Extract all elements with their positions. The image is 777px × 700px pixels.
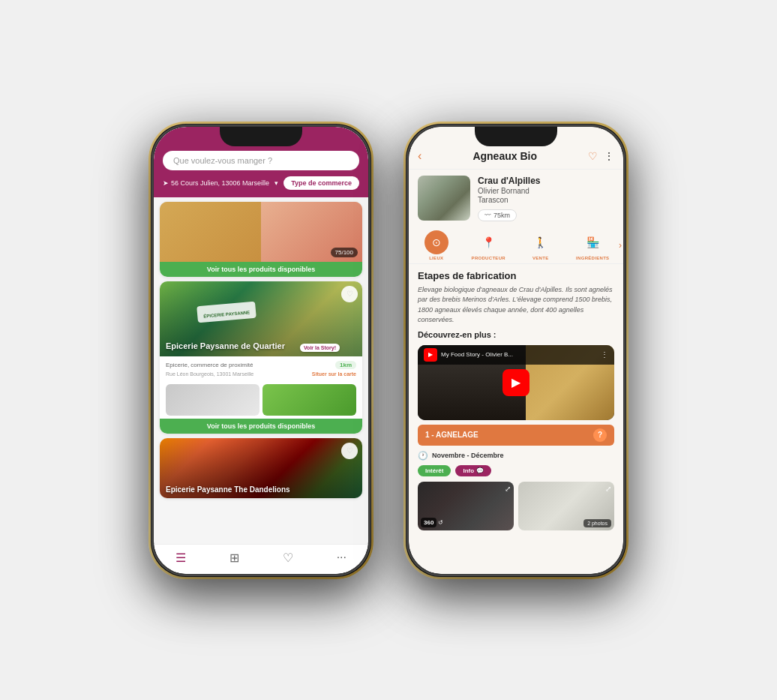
nav-more-icon[interactable]: ··· [337, 551, 346, 564]
producer-details: Crau d'Alpilles Olivier Bornand Tarascon… [478, 176, 614, 221]
producer-nav-tabs: ⊙ LIEUX 📍 PRODUCTEUR 🚶 VENTE [409, 227, 623, 264]
store-name-1: Epicerie Paysanne de Quartier [166, 341, 285, 350]
producer-info: Crau d'Alpilles Olivier Bornand Tarascon… [409, 170, 623, 227]
search-bar[interactable]: Que voulez-vous manger ? [163, 151, 359, 170]
vr-badge: 360 ↺ [421, 518, 443, 527]
back-button[interactable]: ‹ [418, 149, 422, 163]
vente-icon: 🚶 [529, 230, 553, 254]
agnelage-date-row: 🕐 Novembre - Décembre [409, 449, 623, 463]
vr-spin-icon: ↺ [438, 519, 443, 526]
store-image-2: Epicerie Paysanne The Dandelions ♡ [160, 438, 362, 498]
voir-produits-button-2[interactable]: Voir tous les produits disponibles [160, 419, 362, 434]
nav-map-icon[interactable]: ⊞ [230, 551, 239, 565]
producer-location: Tarascon [478, 196, 614, 204]
store-name-2: Epicerie Paysanne The Dandelions [166, 485, 290, 494]
lieux-label: LIEUX [429, 256, 443, 260]
search-placeholder: Que voulez-vous manger ? [173, 156, 272, 165]
product-img-1 [160, 202, 261, 262]
info-button[interactable]: Info 💬 [455, 465, 491, 476]
video-more-button[interactable]: ⋮ [601, 350, 608, 359]
lieux-icon: ⊙ [424, 230, 448, 254]
vr-360-label: 360 [421, 518, 436, 527]
product-images: 75/100 [160, 202, 362, 262]
agnelage-help-button[interactable]: ? [593, 428, 607, 442]
agnelage-title: 1 - AGNELAGE [425, 431, 478, 439]
store-card-2: Epicerie Paysanne The Dandelions ♡ [160, 438, 362, 498]
store-type: Epicerie, commerce de proximité [166, 362, 253, 368]
store-heart-button[interactable]: ♡ [341, 286, 358, 302]
fabrication-title: Etapes de fabrication [418, 270, 614, 281]
more-options-button[interactable]: ⋮ [604, 150, 614, 162]
tab-vente[interactable]: 🚶 VENTE [514, 230, 567, 260]
video-title-bar: ▶ My Food Story - Olivier B... ⋮ [418, 345, 614, 365]
ingredients-label: INGRÉDIENTS [576, 256, 609, 260]
left-header: Que voulez-vous manger ? ➤ 56 Cours Juli… [154, 127, 368, 197]
store-info-row: Epicerie, commerce de proximité 1km [166, 361, 356, 369]
location-text: ➤ 56 Cours Julien, 13006 Marseille ▾ [163, 179, 278, 187]
nav-list-icon[interactable]: ☰ [176, 551, 186, 565]
producer-distance: 〰 75km [478, 209, 517, 221]
fabrication-section: Etapes de fabrication Elevage biologique… [409, 264, 623, 345]
agnelage-date: Novembre - Décembre [432, 452, 504, 459]
expand-icon-1: ⤢ [505, 485, 511, 493]
situer-link[interactable]: Situer sur la carte [312, 371, 356, 377]
store-image-1: ♡ Voir la Story! ÉPICERIE PAYSANNE Epice… [160, 281, 362, 356]
store-image-overlay-2: Epicerie Paysanne The Dandelions [160, 438, 362, 498]
producteur-icon: 📍 [476, 230, 500, 254]
decouvrez-title: Découvrez-en plus : [418, 330, 614, 339]
tab-producteur[interactable]: 📍 PRODUCTEUR [463, 230, 515, 260]
left-content: 75/100 Voir tous les produits disponible… [154, 197, 368, 574]
photo-360-thumb[interactable]: ⤢ 360 ↺ [418, 482, 514, 530]
header-actions: ♡ ⋮ [588, 150, 614, 162]
clock-icon: 🕐 [418, 451, 428, 461]
producer-thumbnail [418, 176, 470, 221]
favorite-button[interactable]: ♡ [588, 150, 598, 162]
route-icon: 〰 [484, 212, 491, 219]
bottom-navigation: ☰ ⊞ ♡ ··· [154, 544, 368, 574]
producer-thumb-image [418, 176, 470, 221]
store-heart-button-2[interactable]: ♡ [341, 443, 358, 459]
photos-count: 2 photos [584, 519, 611, 527]
youtube-logo: ▶ [424, 348, 437, 362]
score-badge: 75/100 [331, 248, 358, 257]
video-play-button[interactable]: ▶ [502, 369, 530, 396]
right-phone: ‹ Agneaux Bio ♡ ⋮ [404, 122, 628, 579]
store-address: Rue Léon Bourgeois, 13001 Marseille [166, 371, 254, 377]
agnelage-bar: 1 - AGNELAGE ? [418, 425, 614, 446]
commerce-type-button[interactable]: Type de commerce [284, 176, 359, 190]
right-header: ‹ Agneaux Bio ♡ ⋮ [409, 127, 623, 170]
story-bubble[interactable]: Voir la Story! [300, 344, 340, 352]
action-buttons: Intérêt Info 💬 [409, 463, 623, 479]
tab-ingredients[interactable]: 🏪 INGRÉDIENTS [567, 230, 620, 260]
product-card-1: 75/100 Voir tous les produits disponible… [160, 202, 362, 277]
photos-row: ⤢ 360 ↺ ⤢ 2 photos [409, 479, 623, 533]
photo-gallery-thumb[interactable]: ⤢ 2 photos [518, 482, 614, 530]
left-phone: Que voulez-vous manger ? ➤ 56 Cours Juli… [148, 122, 374, 579]
expand-icon-2: ⤢ [605, 485, 611, 493]
store-card-1: ♡ Voir la Story! ÉPICERIE PAYSANNE Epice… [160, 281, 362, 434]
location-arrow-icon: ➤ [163, 179, 169, 187]
chat-icon: 💬 [476, 467, 484, 474]
tabs-arrow[interactable]: › [619, 240, 622, 251]
ingredients-icon: 🏪 [580, 230, 604, 254]
voir-produits-button-1[interactable]: Voir tous les produits disponibles [160, 262, 362, 277]
vente-label: VENTE [532, 256, 549, 260]
nav-heart-icon[interactable]: ♡ [283, 551, 293, 565]
video-thumbnail[interactable]: ▶ My Food Story - Olivier B... ⋮ ▶ [418, 345, 614, 420]
store-info-1: Epicerie, commerce de proximité 1km Rue … [160, 356, 362, 381]
product-preview-1 [166, 384, 260, 416]
producteur-label: PRODUCTEUR [472, 256, 506, 260]
product-preview-2 [262, 384, 356, 416]
producer-farm: Crau d'Alpilles [478, 176, 614, 186]
producer-name: Olivier Bornand [478, 187, 614, 195]
store-product-images [160, 381, 362, 419]
page-title: Agneaux Bio [472, 150, 537, 162]
interet-button[interactable]: Intérêt [418, 465, 451, 476]
tab-lieux[interactable]: ⊙ LIEUX [410, 230, 463, 260]
chevron-down-icon: ▾ [274, 179, 278, 187]
video-title: My Food Story - Olivier B... [441, 351, 601, 358]
distance-badge: 1km [335, 361, 356, 369]
fabrication-text: Elevage biologique d'agneaux de Crau d'A… [418, 285, 614, 326]
